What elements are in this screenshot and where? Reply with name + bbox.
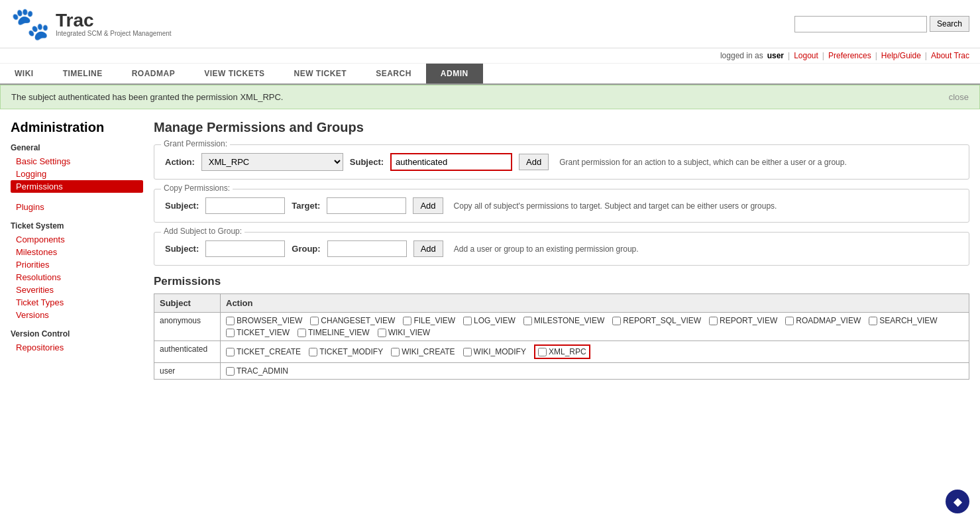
- help-link[interactable]: Help/Guide: [881, 51, 921, 60]
- main-layout: Administration GeneralBasic SettingsLogg…: [0, 109, 980, 390]
- action-checkbox-file_view[interactable]: [403, 317, 411, 325]
- search-button[interactable]: Search: [930, 16, 969, 32]
- about-link[interactable]: About Trac: [931, 51, 969, 60]
- flash-close-link[interactable]: close: [949, 92, 969, 102]
- action-label-ticket_create: TICKET_CREATE: [237, 347, 301, 356]
- action-checkbox-wiki_create[interactable]: [391, 348, 400, 356]
- action-label-wiki_modify: WIKI_MODIFY: [474, 347, 526, 356]
- grant-add-button[interactable]: Add: [519, 154, 549, 170]
- action-checkbox-timeline_view[interactable]: [298, 329, 306, 337]
- sidebar-link-milestones[interactable]: Milestones: [11, 246, 143, 258]
- sidebar-link-repositories[interactable]: Repositories: [11, 341, 143, 354]
- flash-text: The subject authenticated has been grant…: [11, 92, 283, 102]
- action-item: XML_RPC: [534, 344, 590, 359]
- sidebar-link-priorities[interactable]: Priorities: [11, 258, 143, 271]
- action-label-ticket_modify: TICKET_MODIFY: [319, 347, 383, 356]
- admin-title: Administration: [11, 120, 143, 135]
- action-label: Action:: [165, 157, 195, 167]
- sidebar-section-title: General: [11, 143, 143, 152]
- grant-subject-input[interactable]: [390, 153, 512, 171]
- subject-label: Subject:: [350, 157, 384, 167]
- permissions-table: Subject Action anonymousBROWSER_VIEWCHAN…: [154, 293, 969, 380]
- action-label-changeset_view: CHANGESET_VIEW: [321, 316, 395, 325]
- copy-add-button[interactable]: Add: [413, 197, 443, 214]
- header: 🐾 Trac Integrated SCM & Project Manageme…: [0, 0, 980, 48]
- action-item: WIKI_VIEW: [378, 328, 430, 337]
- logo-text: Trac Integrated SCM & Project Management: [56, 11, 172, 37]
- nav-item-admin[interactable]: ADMIN: [426, 64, 483, 83]
- col-subject: Subject: [154, 294, 221, 313]
- sidebar: Administration GeneralBasic SettingsLogg…: [11, 120, 143, 380]
- action-checkbox-wiki_view[interactable]: [378, 329, 386, 337]
- action-checkbox-trac_admin[interactable]: [226, 367, 235, 376]
- group-subject-input[interactable]: [205, 240, 285, 257]
- navbar: WIKITIMELINEROADMAPVIEW TICKETSNEW TICKE…: [0, 64, 980, 85]
- nav-item-roadmap[interactable]: ROADMAP: [117, 64, 190, 83]
- group-add-button[interactable]: Add: [413, 240, 443, 257]
- nav-item-wiki[interactable]: WIKI: [0, 64, 48, 83]
- sidebar-link-basic-settings[interactable]: Basic Settings: [11, 155, 143, 168]
- action-checkbox-ticket_create[interactable]: [226, 348, 235, 356]
- action-label-milestone_view: MILESTONE_VIEW: [534, 316, 604, 325]
- grant-form-row: Action: BROWSER_VIEWCHANGESET_VIEWCONFIG…: [165, 153, 958, 171]
- perm-actions-cell: TICKET_CREATETICKET_MODIFYWIKI_CREATEWIK…: [221, 341, 969, 363]
- perm-subject-cell: authenticated: [154, 341, 221, 363]
- action-checkbox-search_view[interactable]: [869, 317, 877, 325]
- grant-desc: Grant permission for an action to a subj…: [559, 158, 847, 167]
- perm-title: Permissions: [154, 275, 969, 288]
- action-checkbox-report_sql_view[interactable]: [612, 317, 621, 325]
- sidebar-link-logging[interactable]: Logging: [11, 168, 143, 180]
- nav-item-view-tickets[interactable]: VIEW TICKETS: [190, 64, 279, 83]
- action-item: REPORT_VIEW: [709, 316, 777, 325]
- sidebar-link-components[interactable]: Components: [11, 233, 143, 246]
- table-row: anonymousBROWSER_VIEWCHANGESET_VIEWFILE_…: [154, 313, 969, 341]
- sidebar-section: Plugins: [11, 201, 143, 213]
- logout-link[interactable]: Logout: [794, 51, 818, 60]
- action-checkbox-milestone_view[interactable]: [523, 317, 532, 325]
- perm-actions-cell: BROWSER_VIEWCHANGESET_VIEWFILE_VIEWLOG_V…: [221, 313, 969, 341]
- action-select[interactable]: BROWSER_VIEWCHANGESET_VIEWCONFIG_VIEWEMA…: [201, 153, 343, 171]
- action-checkbox-changeset_view[interactable]: [310, 317, 319, 325]
- group-form-row: Subject: Group: Add Add a user or group …: [165, 240, 958, 257]
- preferences-link[interactable]: Preferences: [828, 51, 871, 60]
- page-title: Manage Permissions and Groups: [154, 120, 969, 135]
- search-input[interactable]: [794, 16, 927, 32]
- action-checkbox-wiki_modify[interactable]: [463, 348, 472, 356]
- permissions-section: Permissions Subject Action anonymousBROW…: [154, 275, 969, 380]
- logo-area: 🐾 Trac Integrated SCM & Project Manageme…: [11, 5, 172, 42]
- copy-form-row: Subject: Target: Add Copy all of subject…: [165, 197, 958, 214]
- action-item: ROADMAP_VIEW: [785, 316, 861, 325]
- action-checkbox-report_view[interactable]: [709, 317, 718, 325]
- sidebar-link-severities[interactable]: Severities: [11, 284, 143, 296]
- sidebar-link-plugins[interactable]: Plugins: [11, 201, 143, 213]
- action-checkbox-xml_rpc[interactable]: [538, 348, 547, 356]
- sidebar-link-permissions[interactable]: Permissions: [11, 180, 143, 193]
- group-subject-label: Subject:: [165, 244, 199, 254]
- action-checkbox-ticket_view[interactable]: [226, 329, 235, 337]
- action-checkbox-ticket_modify[interactable]: [309, 348, 317, 356]
- action-checkbox-log_view[interactable]: [463, 317, 472, 325]
- sidebar-link-versions[interactable]: Versions: [11, 309, 143, 321]
- action-label-ticket_view: TICKET_VIEW: [237, 328, 290, 337]
- action-item: WIKI_CREATE: [391, 344, 455, 359]
- sidebar-section-title: Version Control: [11, 329, 143, 339]
- action-item: CHANGESET_VIEW: [310, 316, 395, 325]
- copy-subject-input[interactable]: [205, 197, 285, 214]
- group-section: Add Subject to Group: Subject: Group: Ad…: [154, 232, 969, 266]
- username: user: [767, 51, 784, 60]
- sidebar-section-title: Ticket System: [11, 221, 143, 231]
- trac-logo-icon: 🐾: [11, 5, 50, 42]
- action-checkbox-roadmap_view[interactable]: [785, 317, 794, 325]
- perm-actions-cell: TRAC_ADMIN: [221, 363, 969, 380]
- action-label-report_view: REPORT_VIEW: [720, 316, 777, 325]
- action-checkbox-browser_view[interactable]: [226, 317, 235, 325]
- copy-target-input[interactable]: [327, 197, 406, 214]
- sidebar-link-ticket-types[interactable]: Ticket Types: [11, 296, 143, 309]
- nav-item-search[interactable]: SEARCH: [361, 64, 426, 83]
- grant-legend: Grant Permission:: [161, 139, 230, 148]
- group-group-input[interactable]: [327, 240, 407, 257]
- content-area: Manage Permissions and Groups Grant Perm…: [154, 120, 969, 380]
- nav-item-timeline[interactable]: TIMELINE: [48, 64, 117, 83]
- sidebar-link-resolutions[interactable]: Resolutions: [11, 271, 143, 284]
- nav-item-new-ticket[interactable]: NEW TICKET: [280, 64, 362, 83]
